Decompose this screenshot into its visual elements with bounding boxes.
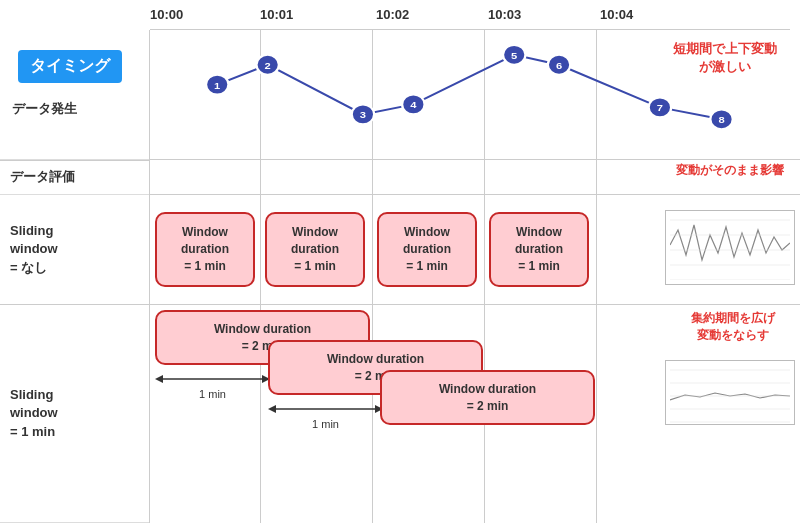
gridline-none-2 [372, 195, 373, 304]
sparkline-svg-bottom [670, 365, 790, 423]
wb1-line3: = 1 min [184, 258, 226, 275]
top-right-annotation: 変動がそのまま影響 [665, 162, 795, 179]
timing-section: タイミング データ発生 [0, 30, 149, 160]
top-right-annotation-text: 変動がそのまま影響 [676, 163, 784, 177]
wb2-line1: Window [292, 224, 338, 241]
sliding-none-area: Window duration = 1 min Window duration … [150, 195, 800, 305]
window-box-none-1: Window duration = 1 min [155, 212, 255, 287]
sliding-1min-sub: window [10, 404, 58, 422]
wb1min3-line2: = 2 min [467, 398, 509, 415]
gridline-1min-4 [596, 305, 597, 523]
window-box-none-2: Window duration = 1 min [265, 212, 365, 287]
wb1-line2: duration [181, 241, 229, 258]
arrow-1: 1 min [155, 370, 270, 400]
wb3-line2: duration [403, 241, 451, 258]
arrow-svg-2 [268, 400, 383, 418]
time-1000: 10:00 [150, 7, 183, 22]
time-1004: 10:04 [600, 7, 633, 22]
gridline-eval-2 [372, 160, 373, 194]
sparkline-box-top [665, 210, 795, 285]
main-container: 10:00 10:01 10:02 10:03 10:04 タイミング データ発… [0, 0, 800, 523]
svg-text:2: 2 [265, 59, 271, 70]
data-gen-label: データ発生 [12, 101, 77, 116]
wb1min3-line1: Window duration [439, 381, 536, 398]
gridline-eval-3 [484, 160, 485, 194]
timing-badge: タイミング [18, 50, 122, 83]
left-labels: タイミング データ発生 データ評価 Sliding window = なし Sl… [0, 30, 150, 523]
wb3-line3: = 1 min [406, 258, 448, 275]
wb4-line2: duration [515, 241, 563, 258]
data-eval-row: データ評価 変動がそのまま影響 [150, 160, 800, 195]
sliding-1min-label-section: Sliding window = 1 min [0, 305, 149, 523]
sliding-1min-title: Sliding [10, 386, 53, 404]
gridline-none-1 [260, 195, 261, 304]
svg-text:1: 1 [214, 79, 220, 90]
time-1003: 10:03 [488, 7, 521, 22]
gridline-none-4 [596, 195, 597, 304]
svg-text:4: 4 [410, 99, 416, 110]
svg-text:7: 7 [657, 102, 663, 113]
svg-marker-22 [155, 375, 163, 383]
wb2-line3: = 1 min [294, 258, 336, 275]
gridline-none-3 [484, 195, 485, 304]
sliding-none-title: Sliding [10, 222, 53, 240]
timeline-header: 10:00 10:01 10:02 10:03 10:04 [150, 0, 790, 30]
content-area: タイミング データ発生 データ評価 Sliding window = なし Sl… [0, 30, 800, 523]
svg-text:8: 8 [718, 114, 724, 125]
svg-text:3: 3 [360, 109, 366, 120]
data-eval-label: データ評価 [10, 168, 75, 186]
wb1-line1: Window [182, 224, 228, 241]
right-content: 1 2 3 4 5 6 [150, 30, 800, 523]
arrow-2: 1 min [268, 400, 383, 430]
wb1min2-line1: Window duration [327, 351, 424, 368]
red-annotation-top: 短期間で上下変動が激しい [660, 40, 790, 76]
sliding-none-eq: = なし [10, 259, 47, 277]
data-eval-label-section: データ評価 [0, 160, 149, 195]
chart-area: 1 2 3 4 5 6 [150, 30, 800, 160]
arrow-label-2: 1 min [312, 418, 339, 430]
sparkline-svg-top [670, 215, 790, 280]
arrow-svg-1 [155, 370, 270, 388]
sliding-none-label-section: Sliding window = なし [0, 195, 149, 305]
wb2-line2: duration [291, 241, 339, 258]
sliding-none-sub: window [10, 240, 58, 258]
window-box-none-3: Window duration = 1 min [377, 212, 477, 287]
gridline-eval-1 [260, 160, 261, 194]
sliding-1min-eq: = 1 min [10, 423, 55, 441]
sparkline-box-bottom [665, 360, 795, 425]
red-annotation-top-text: 短期間で上下変動が激しい [673, 41, 777, 74]
window-box-1min-3: Window duration = 2 min [380, 370, 595, 425]
window-box-none-4: Window duration = 1 min [489, 212, 589, 287]
time-1001: 10:01 [260, 7, 293, 22]
wb3-line1: Window [404, 224, 450, 241]
svg-marker-25 [268, 405, 276, 413]
wb4-line1: Window [516, 224, 562, 241]
wb1min1-line1: Window duration [214, 321, 311, 338]
svg-text:6: 6 [556, 59, 562, 70]
red-annotation-bottom: 集約期間を広げ変動をならす [670, 310, 795, 344]
arrow-label-1: 1 min [199, 388, 226, 400]
gridline-eval-4 [596, 160, 597, 194]
red-annotation-bottom-text: 集約期間を広げ変動をならす [691, 311, 775, 342]
svg-text:5: 5 [511, 49, 517, 60]
time-1002: 10:02 [376, 7, 409, 22]
wb4-line3: = 1 min [518, 258, 560, 275]
sliding-1min-area: Window duration = 2 min 1 min Window dur… [150, 305, 800, 523]
